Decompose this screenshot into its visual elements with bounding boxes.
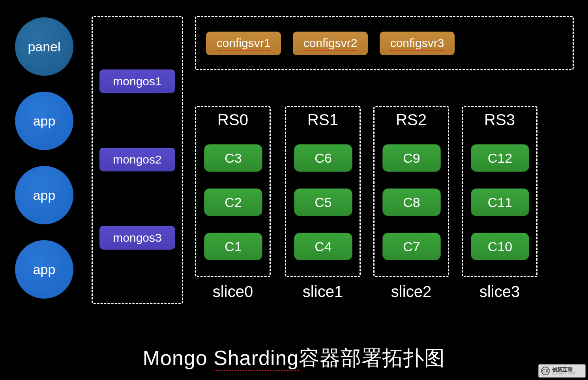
rs1-node-2: C5 xyxy=(294,188,352,216)
rs0-node-2-label: C2 xyxy=(225,195,242,210)
rs2-node-2-label: C8 xyxy=(403,195,420,210)
rs2-node-1-label: C9 xyxy=(403,150,420,166)
configsvr-2: configsvr2 xyxy=(293,32,368,55)
rs0-title: RS0 xyxy=(196,111,270,129)
configsvr-2-label: configsvr2 xyxy=(303,36,358,51)
watermark-sub: CDXWCX.COM xyxy=(552,372,575,375)
watermark-text: 创新互联 CDXWCX.COM xyxy=(552,367,575,375)
rs3-node-3-label: C10 xyxy=(488,239,512,254)
rs3-group: RS3 C12 C11 C10 xyxy=(462,106,537,277)
client-panel-label: panel xyxy=(28,39,60,55)
diagram-title-underlined: Sharding xyxy=(213,346,299,371)
rs2-node-1: C9 xyxy=(382,144,441,172)
rs1-node-1: C6 xyxy=(294,144,352,172)
rs0-slice-label: slice0 xyxy=(195,283,271,301)
diagram-title: Mongo Sharding容器部署拓扑图 xyxy=(0,344,588,372)
mongos-3: mongos3 xyxy=(99,226,175,250)
rs3-node-1-label: C12 xyxy=(488,150,512,166)
rs3-slice-label: slice3 xyxy=(462,283,537,301)
client-app-label-3: app xyxy=(33,262,56,277)
rs1-node-3: C4 xyxy=(294,233,352,260)
configsvr-1: configsvr1 xyxy=(206,32,281,55)
diagram-title-post: 容器部署拓扑图 xyxy=(299,346,445,370)
rs2-node-3-label: C7 xyxy=(403,239,420,254)
client-app-label-1: app xyxy=(33,113,56,129)
diagram-title-pre: Mongo xyxy=(143,346,213,370)
rs0-node-3: C1 xyxy=(204,233,262,260)
rs0-node-3-label: C1 xyxy=(225,239,242,254)
configsvr-3: configsvr3 xyxy=(380,32,455,55)
rs3-node-2: C11 xyxy=(471,188,529,216)
mongos-2: mongos2 xyxy=(99,148,175,171)
rs3-node-3: C10 xyxy=(471,233,529,260)
rs3-title: RS3 xyxy=(463,111,536,129)
mongos-3-label: mongos3 xyxy=(113,231,161,245)
client-app-circle-3: app xyxy=(15,240,73,299)
rs2-node-3: C7 xyxy=(382,233,441,260)
rs1-slice-label: slice1 xyxy=(285,283,361,301)
diagram: panel app app app mongos1 mongos2 mongos… xyxy=(0,0,588,380)
rs0-node-1-label: C3 xyxy=(225,150,242,166)
rs3-node-2-label: C11 xyxy=(488,195,512,210)
client-app-circle-2: app xyxy=(15,166,73,224)
rs1-group: RS1 C6 C5 C4 xyxy=(285,106,361,277)
mongos-2-label: mongos2 xyxy=(113,153,161,166)
rs0-node-1: C3 xyxy=(204,144,262,172)
rs1-title: RS1 xyxy=(286,111,360,129)
rs2-title: RS2 xyxy=(375,111,448,129)
mongos-1-label: mongos1 xyxy=(113,75,161,88)
configsvr-1-label: configsvr1 xyxy=(217,36,271,51)
client-panel-circle: panel xyxy=(15,17,73,76)
rs2-slice-label: slice2 xyxy=(373,283,449,301)
configsvr-3-label: configsvr3 xyxy=(390,36,444,51)
rs1-node-1-label: C6 xyxy=(315,150,331,166)
watermark-logo-icon: CX xyxy=(541,367,550,375)
rs1-node-3-label: C4 xyxy=(315,239,331,254)
rs0-group: RS0 C3 C2 C1 xyxy=(195,106,271,277)
mongos-1: mongos1 xyxy=(99,70,175,93)
rs0-node-2: C2 xyxy=(204,188,262,216)
watermark: CX 创新互联 CDXWCX.COM xyxy=(538,364,586,378)
client-app-circle-1: app xyxy=(15,92,73,150)
rs2-group: RS2 C9 C8 C7 xyxy=(373,106,449,277)
rs1-node-2-label: C5 xyxy=(315,195,331,210)
rs2-node-2: C8 xyxy=(382,188,441,216)
watermark-main: 创新互联 xyxy=(552,367,575,372)
client-app-label-2: app xyxy=(33,188,56,203)
rs3-node-1: C12 xyxy=(471,144,529,172)
